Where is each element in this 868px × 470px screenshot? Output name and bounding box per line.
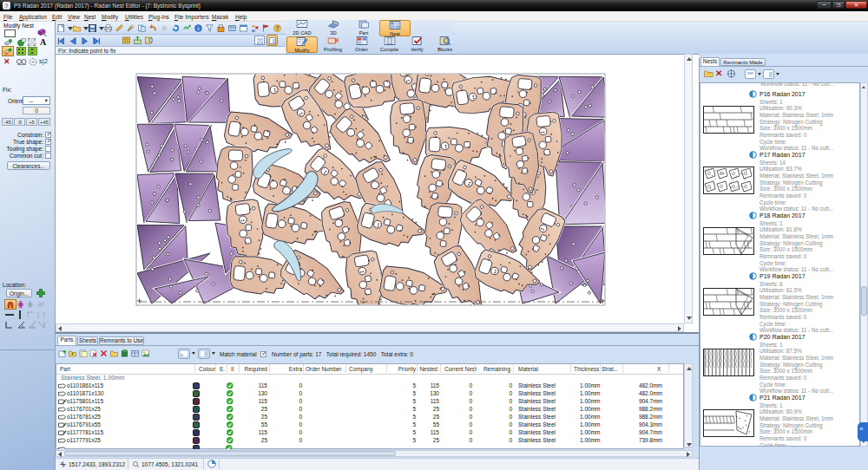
svg-text:?: ? — [275, 25, 279, 31]
svg-text:i: i — [198, 25, 200, 32]
